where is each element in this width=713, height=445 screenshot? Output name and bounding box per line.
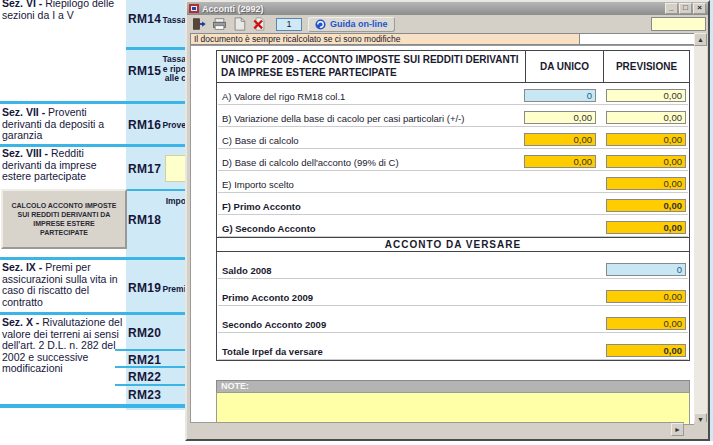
info-bar-blank (580, 33, 697, 45)
row-rm23[interactable]: RM23 (128, 388, 161, 402)
acconto-da-versare-header: ACCONTO DA VERSARE (217, 237, 689, 252)
divider (0, 144, 185, 147)
row-label: Primo Acconto 2009 (222, 292, 524, 303)
row-label: G) Secondo Acconto (222, 223, 524, 234)
value-field[interactable]: 0,00 (524, 155, 596, 168)
row-rm21[interactable]: RM21 (128, 353, 161, 367)
section-viii-title: Sez. VIII - Redditi derivanti da imprese… (2, 148, 126, 183)
field-slot: 0,00 (602, 199, 688, 212)
calcolo-acconto-button[interactable]: CALCOLO ACCONTO IMPOSTE SUI REDDITI DERI… (1, 189, 127, 249)
field-slot: 0,00 (602, 111, 688, 124)
divider (0, 404, 185, 408)
notes-textarea[interactable] (216, 392, 690, 425)
form-row: C) Base di calcolo0,000,00 (218, 127, 688, 149)
row-label: D) Base di calcolo dell'acconto (99% di … (222, 157, 524, 168)
row-label: E) Importo scelto (222, 179, 524, 190)
value-field[interactable]: 0,00 (606, 221, 686, 234)
field-slot: 0,00 (602, 344, 688, 357)
divider (0, 312, 185, 315)
dialog-titlebar[interactable]: Acconti (2992) _ □ × (187, 2, 708, 15)
field-slot: 0,00 (602, 221, 688, 234)
divider (115, 349, 185, 351)
notes-section: NOTE: (216, 380, 690, 425)
value-field[interactable]: 0,00 (606, 344, 686, 357)
field-slot: 0,00 (602, 290, 688, 303)
rm17-input-field[interactable] (165, 155, 186, 182)
field-slot: 0,00 (524, 155, 602, 168)
value-field[interactable]: 0,00 (606, 155, 686, 168)
delete-document-button[interactable] (250, 17, 268, 32)
section-label: Sez. VIII - (2, 147, 48, 159)
row-label: Totale Irpef da versare (222, 346, 524, 357)
acconti-dialog: Acconti (2992) _ □ × (185, 0, 710, 441)
divider (0, 257, 185, 260)
row-rm19[interactable]: RM19 (128, 281, 161, 295)
rows-section-1: A) Valore del rigo RM18 col.100,00B) Var… (217, 83, 689, 237)
field-slot: 0 (524, 89, 602, 102)
scroll-up-button[interactable]: ▲ (694, 33, 707, 46)
field-slot: 0,00 (602, 89, 688, 102)
guida-online-label: Guida on-line (330, 19, 388, 29)
rm14-text-fragment: Tassa (156, 16, 186, 26)
col-header-previsione: PREVISIONE (603, 51, 689, 82)
row-rm18[interactable]: RM18 (128, 213, 161, 227)
row-rm17[interactable]: RM17 (128, 162, 161, 176)
exit-icon (192, 17, 207, 31)
help-globe-icon (315, 19, 326, 30)
section-label: Sez. X - (2, 316, 39, 328)
app-icon (189, 4, 199, 13)
vertical-scrollbar[interactable]: ▲ ▼ (694, 33, 707, 426)
row-label: F) Primo Acconto (222, 201, 524, 212)
form-row: E) Importo scelto0,00 (218, 171, 688, 193)
divider (115, 366, 185, 368)
row-rm20[interactable]: RM20 (128, 326, 161, 340)
page-number-field[interactable]: 1 (276, 18, 302, 31)
notes-label: NOTE: (216, 380, 690, 392)
scrollbar-corner (694, 422, 707, 436)
close-button[interactable]: × (693, 3, 706, 14)
new-document-button[interactable] (230, 17, 248, 32)
code-field[interactable] (651, 17, 706, 31)
print-button[interactable] (210, 17, 228, 32)
form-row: F) Primo Acconto0,00 (218, 193, 688, 215)
form-row: D) Base di calcolo dell'acconto (99% di … (218, 149, 688, 171)
value-field[interactable]: 0,00 (606, 177, 686, 190)
value-field[interactable]: 0,00 (524, 111, 596, 124)
divider (115, 384, 185, 386)
minimize-button[interactable]: _ (665, 3, 678, 14)
scroll-right-button[interactable]: ► (671, 423, 684, 436)
value-field[interactable]: 0 (524, 89, 596, 102)
value-field[interactable]: 0,00 (606, 89, 686, 102)
rm19-text-fragment: Premi (158, 285, 186, 295)
field-slot: 0,00 (602, 155, 688, 168)
section-ix-title: Sez. IX - Premi per assicurazioni sulla … (2, 262, 126, 308)
field-slot: 0,00 (602, 317, 688, 330)
value-field[interactable]: 0,00 (524, 133, 596, 146)
value-field[interactable]: 0,00 (606, 111, 686, 124)
form-row: Saldo 20080 (218, 252, 688, 279)
value-field[interactable]: 0 (606, 263, 686, 276)
value-field[interactable]: 0,00 (606, 290, 686, 303)
form-row: Secondo Acconto 20090,00 (218, 306, 688, 333)
value-field[interactable]: 0,00 (606, 199, 686, 212)
col-header-da-unico: DA UNICO (525, 51, 603, 82)
value-field[interactable]: 0,00 (606, 133, 686, 146)
row-label: Saldo 2008 (222, 265, 524, 276)
maximize-button[interactable]: □ (679, 3, 692, 14)
field-slot: 0,00 (524, 133, 602, 146)
divider (126, 189, 185, 191)
divider (126, 47, 185, 50)
section-label: Sez. VII - (2, 106, 45, 118)
horizontal-scrollbar[interactable]: ► (190, 422, 684, 436)
field-slot: 0,00 (524, 111, 602, 124)
divider (0, 101, 185, 104)
info-bar: Il documento è sempre ricalcolato se ci … (190, 33, 697, 45)
form-row: G) Secondo Acconto0,00 (218, 215, 688, 237)
rm15-text-fragment: Tassa e ripo alle c (152, 55, 186, 84)
value-field[interactable]: 0,00 (606, 317, 686, 330)
form-row: B) Variazione della base di cacolo per c… (218, 105, 688, 127)
exit-button[interactable] (190, 17, 208, 32)
row-rm22[interactable]: RM22 (128, 370, 161, 384)
acconto-table: UNICO PF 2009 - ACCONTO IMPOSTE SUI REDD… (216, 50, 690, 361)
guida-online-button[interactable]: Guida on-line (308, 17, 395, 32)
